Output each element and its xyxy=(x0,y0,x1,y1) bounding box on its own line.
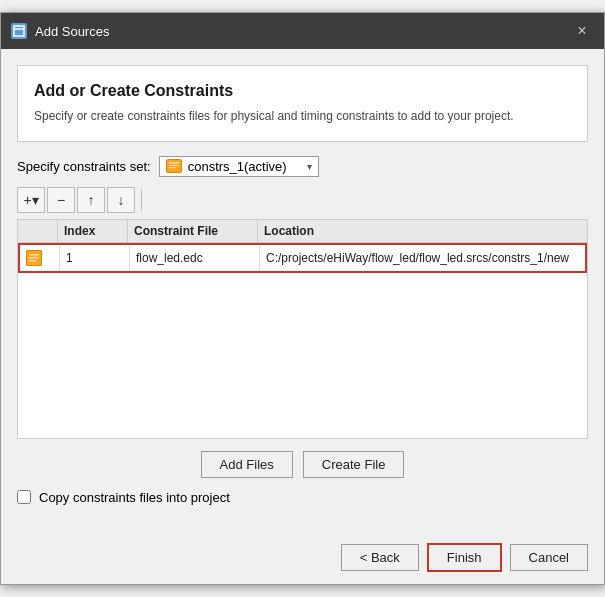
footer: < Back Finish Cancel xyxy=(1,535,604,584)
copy-constraints-checkbox[interactable] xyxy=(17,490,31,504)
up-arrow-icon: ↑ xyxy=(88,192,95,208)
col-header-icon xyxy=(18,220,58,242)
svg-rect-8 xyxy=(29,257,39,259)
add-files-button[interactable]: Add Files xyxy=(201,451,293,478)
section-card: Add or Create Constraints Specify or cre… xyxy=(17,65,588,142)
svg-rect-7 xyxy=(29,254,39,256)
bottom-buttons: Add Files Create File xyxy=(17,451,588,478)
dialog-body: Add or Create Constraints Specify or cre… xyxy=(1,49,604,535)
col-header-index: Index xyxy=(58,220,128,242)
remove-icon: − xyxy=(57,192,65,208)
constraints-set-row: Specify constraints set: constrs_1(activ… xyxy=(17,156,588,177)
constraints-set-value: constrs_1(active) xyxy=(188,159,287,174)
svg-rect-0 xyxy=(14,26,24,36)
section-description: Specify or create constraints files for … xyxy=(34,108,571,125)
back-button[interactable]: < Back xyxy=(341,544,419,571)
cell-constraint-file: flow_led.edc xyxy=(130,245,260,271)
svg-rect-5 xyxy=(169,167,176,168)
table-row[interactable]: 1 flow_led.edc C:/projects/eHiWay/flow_l… xyxy=(18,243,587,273)
down-arrow-icon: ↓ xyxy=(118,192,125,208)
constraint-file-icon xyxy=(26,250,42,266)
svg-rect-3 xyxy=(169,162,179,164)
col-header-location: Location xyxy=(258,220,587,242)
cancel-button[interactable]: Cancel xyxy=(510,544,588,571)
cell-file-icon xyxy=(20,245,60,271)
constraints-set-dropdown[interactable]: constrs_1(active) ▾ xyxy=(159,156,319,177)
dialog-window: Add Sources × Add or Create Constraints … xyxy=(0,12,605,585)
finish-button[interactable]: Finish xyxy=(427,543,502,572)
add-button[interactable]: +▾ xyxy=(17,187,45,213)
create-file-button[interactable]: Create File xyxy=(303,451,405,478)
checkbox-row: Copy constraints files into project xyxy=(17,490,588,505)
move-down-button[interactable]: ↓ xyxy=(107,187,135,213)
title-bar: Add Sources × xyxy=(1,13,604,49)
svg-rect-4 xyxy=(169,165,179,166)
toolbar-separator xyxy=(141,189,142,211)
col-header-constraint-file: Constraint File xyxy=(128,220,258,242)
constraints-table: Index Constraint File Location 1 xyxy=(17,219,588,439)
chevron-down-icon: ▾ xyxy=(307,161,312,172)
toolbar: +▾ − ↑ ↓ xyxy=(17,187,588,213)
title-bar-icon xyxy=(11,23,27,39)
cell-location: C:/projects/eHiWay/flow_led/flow_led.src… xyxy=(260,245,585,271)
copy-constraints-label: Copy constraints files into project xyxy=(39,490,230,505)
svg-rect-9 xyxy=(29,260,36,262)
cell-index: 1 xyxy=(60,245,130,271)
move-up-button[interactable]: ↑ xyxy=(77,187,105,213)
constraints-set-label: Specify constraints set: xyxy=(17,159,151,174)
constraints-set-icon xyxy=(166,159,182,173)
add-icon: +▾ xyxy=(23,192,38,208)
title-bar-title: Add Sources xyxy=(35,24,570,39)
remove-button[interactable]: − xyxy=(47,187,75,213)
section-title: Add or Create Constraints xyxy=(34,82,571,100)
close-button[interactable]: × xyxy=(570,19,594,43)
table-header: Index Constraint File Location xyxy=(18,220,587,243)
